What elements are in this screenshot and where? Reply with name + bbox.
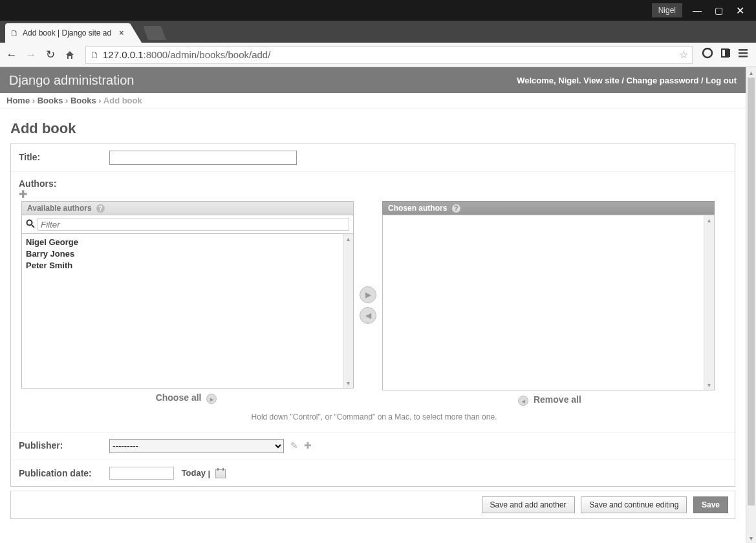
title-input[interactable]	[109, 151, 297, 165]
author-option[interactable]: Barry Jones	[26, 248, 339, 260]
scroll-up-icon[interactable]: ▴	[707, 217, 711, 224]
url-host: 127.0.0.1	[103, 49, 144, 60]
add-author-icon[interactable]: ✚	[19, 189, 27, 200]
browser-tab-bar: 🗋 Add book | Django site ad ×	[0, 21, 756, 43]
logout-link[interactable]: Log out	[706, 76, 737, 85]
filter-input[interactable]	[38, 218, 349, 231]
available-authors-listbox[interactable]: Nigel GeorgeBarry JonesPeter Smith	[22, 234, 343, 388]
svg-point-7	[27, 220, 32, 225]
welcome-text: Welcome, Nigel.	[517, 76, 581, 85]
pubdate-row: Publication date: Today |	[11, 460, 735, 486]
choose-all-link[interactable]: Choose all	[156, 392, 202, 403]
back-icon[interactable]: ←	[5, 48, 18, 61]
home-icon[interactable]	[63, 50, 76, 60]
bookmark-star-icon[interactable]: ☆	[679, 48, 688, 61]
chosen-authors-listbox[interactable]	[383, 215, 704, 390]
filter-box	[21, 215, 354, 233]
scroll-down-icon[interactable]: ▾	[746, 533, 756, 543]
forward-icon[interactable]: →	[25, 48, 38, 61]
listbox-scrollbar[interactable]: ▴ ▾	[343, 234, 353, 388]
submit-row: Save and add another Save and continue e…	[10, 491, 735, 519]
scroll-up-icon[interactable]: ▴	[746, 67, 756, 78]
author-option[interactable]: Peter Smith	[26, 260, 339, 272]
breadcrumb-model[interactable]: Books	[70, 96, 96, 105]
pubdate-input[interactable]	[109, 467, 174, 480]
scroll-down-icon[interactable]: ▾	[707, 381, 711, 389]
browser-tab[interactable]: 🗋 Add book | Django site ad ×	[5, 23, 130, 43]
page-scrollbar[interactable]: ▴ ▾	[746, 67, 756, 543]
add-publisher-icon[interactable]: ✚	[304, 440, 312, 451]
extension-notebook-icon[interactable]	[720, 47, 731, 62]
edit-publisher-icon[interactable]: ✎	[290, 440, 298, 451]
address-bar[interactable]: 🗋 127.0.0.1:8000/admin/books/book/add/ ☆	[85, 46, 693, 64]
remove-all-link[interactable]: Remove all	[534, 394, 581, 405]
scroll-down-icon[interactable]: ▾	[347, 379, 350, 387]
breadcrumb-app[interactable]: Books	[38, 96, 63, 105]
window-close-icon[interactable]: ✕	[736, 5, 744, 17]
page-file-icon: 🗋	[90, 50, 99, 60]
save-continue-button[interactable]: Save and continue editing	[581, 496, 687, 513]
publisher-label: Publisher:	[19, 439, 109, 451]
author-option[interactable]: Nigel George	[26, 237, 339, 248]
change-password-link[interactable]: Change password	[627, 76, 699, 85]
content: Add book Title: Authors: ✚	[0, 109, 746, 527]
breadcrumb: Home › Books › Books › Add book	[0, 93, 746, 109]
django-header: Django administration Welcome, Nigel. Vi…	[0, 67, 746, 93]
listbox-scrollbar[interactable]: ▴ ▾	[704, 215, 714, 390]
authors-label: Authors:	[19, 178, 727, 189]
selector-middle: ▶ ◀	[354, 286, 382, 324]
page-icon: 🗋	[10, 28, 19, 38]
add-arrow-button[interactable]: ▶	[360, 286, 376, 303]
title-row: Title:	[11, 144, 735, 172]
authors-selector: Available authors ?	[21, 201, 727, 410]
window-minimize-icon[interactable]: —	[693, 5, 702, 16]
authors-row: Authors: ✚ Available authors ?	[11, 172, 735, 432]
tab-title: Add book | Django site ad	[23, 28, 111, 37]
user-tag: Nigel	[652, 3, 682, 17]
today-link[interactable]: Today	[182, 468, 206, 478]
svg-line-8	[32, 225, 34, 228]
save-button[interactable]: Save	[693, 496, 728, 513]
new-tab-button[interactable]	[143, 26, 166, 40]
available-authors-header: Available authors ?	[21, 201, 354, 215]
chosen-authors-header: Chosen authors ?	[382, 201, 715, 215]
title-label: Title:	[19, 151, 109, 162]
scrollbar-thumb[interactable]	[748, 78, 755, 506]
available-authors-column: Available authors ?	[21, 201, 354, 408]
svg-rect-5	[739, 52, 748, 54]
form-module: Title: Authors: ✚ Available	[10, 144, 735, 487]
save-add-another-button[interactable]: Save and add another	[482, 496, 575, 513]
svg-rect-6	[739, 56, 748, 58]
scroll-up-icon[interactable]: ▴	[347, 235, 350, 242]
publisher-select[interactable]: ---------	[109, 439, 284, 453]
chosen-authors-column: Chosen authors ? ▴ ▾	[382, 201, 715, 410]
choose-all-footer: Choose all ▸	[21, 389, 354, 407]
remove-arrow-button[interactable]: ◀	[360, 307, 376, 324]
url-path: :8000/admin/books/book/add/	[144, 49, 271, 60]
remove-all-icon[interactable]: ◂	[518, 396, 528, 406]
extension-circle-icon[interactable]	[702, 47, 713, 62]
tab-close-icon[interactable]: ×	[119, 28, 124, 37]
search-icon	[26, 219, 35, 230]
browser-toolbar: ← → ↻ 🗋 127.0.0.1:8000/admin/books/book/…	[0, 43, 756, 67]
window-maximize-icon[interactable]: ▢	[715, 5, 723, 16]
svg-rect-2	[722, 50, 725, 56]
publisher-row: Publisher: --------- ✎ ✚	[11, 432, 735, 460]
svg-rect-4	[739, 49, 748, 51]
authors-help-text: Hold down "Control", or "Command" on a M…	[21, 410, 727, 428]
browser-menu-icon[interactable]	[738, 48, 748, 61]
calendar-icon[interactable]	[215, 469, 226, 478]
breadcrumb-current: Add book	[103, 96, 142, 105]
window-titlebar: Nigel — ▢ ✕	[0, 0, 756, 21]
help-icon[interactable]: ?	[452, 204, 460, 213]
breadcrumb-home[interactable]: Home	[6, 96, 30, 105]
remove-all-footer: ◂ Remove all	[382, 390, 715, 409]
view-site-link[interactable]: View site	[583, 76, 619, 85]
site-title: Django administration	[9, 73, 134, 88]
reload-icon[interactable]: ↻	[44, 48, 57, 61]
viewport: Django administration Welcome, Nigel. Vi…	[0, 67, 756, 543]
user-links: Welcome, Nigel. View site / Change passw…	[517, 76, 737, 85]
help-icon[interactable]: ?	[96, 204, 105, 213]
pubdate-label: Publication date:	[19, 467, 109, 478]
choose-all-icon[interactable]: ▸	[206, 394, 217, 404]
